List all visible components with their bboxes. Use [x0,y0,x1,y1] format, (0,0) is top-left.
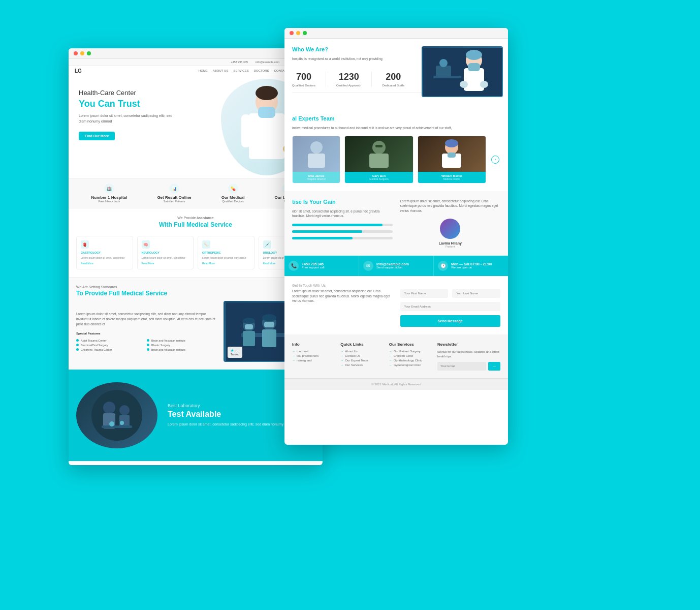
dot-green-right [303,31,307,35]
service-orthopedic-link[interactable]: Read More [202,262,250,265]
service-neurology: 🧠 NEUROLOGY Lorem ipsum dolor sit amet, … [137,236,194,269]
expert-card-0: Mila James Hospital Director [292,136,340,184]
stat-medical-label: Our Medical [221,195,245,200]
stat-medical: 💊 Our Medical Qualified Doctors [221,184,245,203]
footer-link-services[interactable]: Our Services [340,363,384,367]
phone-sub: Free support call [302,266,325,269]
newsletter-input[interactable] [437,362,486,371]
experts-title: al Experts Team [292,115,500,121]
svg-point-40 [439,59,448,67]
result-icon: 📊 [169,184,179,194]
expert-card-2: William Martin Medical Doctor [418,136,486,184]
feature-dot-2 [147,339,149,342]
stat-divider-2 [371,72,372,87]
last-name-input[interactable] [452,289,500,298]
special-features-label: Special Features [76,332,216,335]
service-orthopedic: 🦴 ORTHOPEDIC Lorem ipsum dolor sit amet,… [198,236,254,269]
who-we-are-desc: hospital is recognised as a world instit… [292,56,407,62]
email-input[interactable] [400,302,501,311]
service-gastrology-name: GASTROLOGY [81,251,129,254]
feature-5: Childrens Trauma Center [76,348,145,351]
email-address: info@example.com [376,262,409,266]
stat-hospital-sub: Free 6 back book [91,200,128,203]
full-medical-inner: Lorem ipsum dolor sit amet, consetetur s… [76,301,315,362]
email-sub: Send support ticket [376,266,409,269]
who-we-are-section: Who We Are? hospital is recognised as a … [284,39,508,108]
stat-result-label: Get Result Online [157,195,191,200]
contact-form-grid: Send Message [400,289,501,327]
service-neurology-desc: Lorem ipsum dolor sit amet, consetetur [142,256,189,260]
service-neurology-name: NEUROLOGY [142,251,189,254]
feature-1: Adult Trauma Center [76,339,145,342]
service-gastrology-link[interactable]: Read More [81,262,129,265]
svg-point-37 [480,81,488,88]
nav-doctors[interactable]: DOCTORS [254,69,269,72]
info-phone: +458 795 345 [231,60,248,64]
newsletter-submit-button[interactable]: → [488,362,500,371]
lab-image [76,382,157,448]
phone-number: +458 795 345 [302,262,325,266]
feature-dot-1 [76,339,79,342]
footer-newsletter-title: Newsletter [437,342,500,347]
lab-svg [91,390,142,441]
expertise-title: tise Is Your Gain [292,199,393,205]
svg-rect-20 [245,324,253,329]
skill-bar-2 [292,230,393,233]
stat-divider-1 [326,72,326,87]
expertise-desc-left: olor sit amet, consectetur adipiscing si… [292,209,393,219]
stat-result: 📊 Get Result Online Satisfied Patients [157,184,191,203]
testimonial-avatar [440,219,460,239]
service-neurology-link[interactable]: Read More [142,262,189,265]
expert-card-1: Gary Ben Medical Surgeon [344,136,413,184]
medical-icon: 💊 [228,184,238,194]
footer-link-about[interactable]: About Us [340,350,384,353]
services-grid: 🫀 GASTROLOGY Lorem ipsum dolor sit amet,… [76,236,315,269]
feature-dot-6 [147,348,149,351]
special-features-list: Adult Trauma Center Brain and Vascular I… [76,339,216,351]
nav-about[interactable]: ABOUT US [213,69,229,72]
footer-service-1[interactable]: Our Patient Surgery [389,350,432,353]
stat-staff-number: 200 [382,72,404,82]
testimonial-name: Lavina Hilany [400,241,501,245]
contact-form-desc: Lorem ipsum dolor sit amet, consectetur … [292,289,393,303]
svg-rect-49 [448,152,456,158]
footer-quick-links-title: Quick Links [340,342,384,347]
svg-rect-12 [243,331,255,346]
experts-grid: Mila James Hospital Director Gary Ben Me… [292,136,500,184]
experts-next-button[interactable]: › [490,136,500,184]
full-medical-text: Lorem ipsum dolor sit amet, consetetur s… [76,312,216,351]
who-we-are-image [422,46,503,97]
contact-form-right: Send Message [400,284,501,327]
svg-rect-14 [262,329,276,347]
stat-hospital: 🏥 Number 1 Hospital Free 6 back book [91,184,128,203]
nav-services[interactable]: SERVICES [233,69,248,72]
find-out-more-button[interactable]: Find Out More [79,132,115,140]
footer-info-2: ical practitioners [292,354,335,357]
expert-role-1: Medical Surgeon [347,177,410,180]
footer-newsletter-desc: Signup for our latest news, updates and … [437,350,500,359]
expert-info-0: Mila James Hospital Director [293,172,340,183]
experts-section: al Experts Team insive medical procedure… [284,108,508,191]
expertise-left: tise Is Your Gain olor sit amet, consect… [292,199,393,248]
first-name-input[interactable] [400,289,449,298]
contact-bar-hours: 🕐 Mon — Sat 07:00 - 21:00 We are open at [434,256,508,276]
stat-approach-label: Certified Approach [336,84,361,87]
newsletter-form: → [437,362,500,371]
footer-service-4[interactable]: Gynecological Clinic [389,363,432,367]
nav-home[interactable]: HOME [199,69,208,72]
hero-subtitle: Health-Care Center [79,89,312,97]
footer-link-team[interactable]: Our Expert Team [340,359,384,362]
footer-service-3[interactable]: Ophthalmology Clinic [389,359,432,362]
service-orthopedic-desc: Lorem ipsum dolor sit amet, consetetur [202,256,250,260]
footer-service-2[interactable]: Children Clinic [389,354,432,357]
contact-form-section: Get In Touch With Us Lorem ipsum dolor s… [284,276,508,334]
send-message-button[interactable]: Send Message [400,315,501,327]
contact-form-pretitle: Get In Touch With Us [292,284,393,287]
main-container: +458 795 345 info@example.com Mon - Sat … [0,0,700,610]
footer-link-contact[interactable]: Contact Us [340,354,384,357]
svg-point-24 [103,402,115,414]
stat-doctors: 700 Qualified Doctors [292,72,315,87]
hero-text: Health-Care Center You Can Trust Lorem i… [79,89,312,140]
dot-yellow-right [296,31,300,35]
footer-info-title: Info [292,342,335,347]
